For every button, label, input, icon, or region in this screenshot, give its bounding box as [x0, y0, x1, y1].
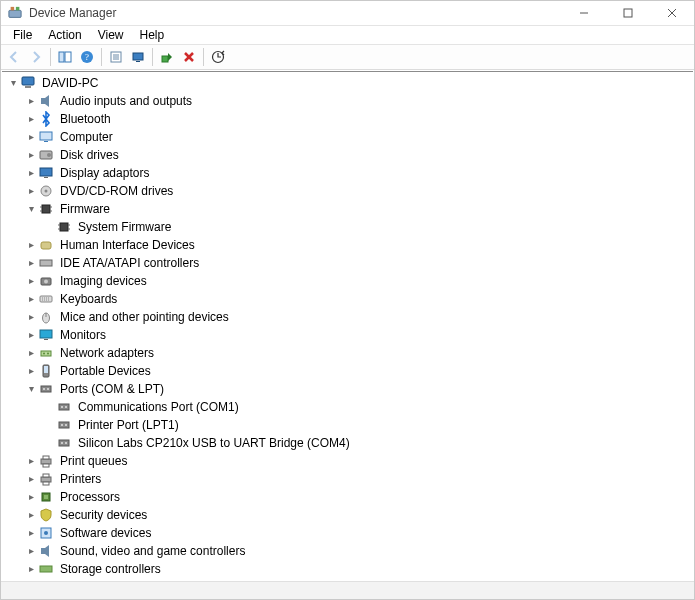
enable-device-icon[interactable] [156, 46, 178, 68]
tree-item[interactable]: ▸Processors [6, 488, 693, 506]
tree-item[interactable]: ▸IDE ATA/ATAPI controllers [6, 254, 693, 272]
tree-child-item[interactable]: ▸System Firmware [6, 218, 693, 236]
tree-item-label: Firmware [58, 202, 112, 216]
chip-icon [38, 201, 54, 217]
tree-item[interactable]: ▸Human Interface Devices [6, 236, 693, 254]
svg-rect-42 [41, 242, 51, 249]
tree-item[interactable]: ▸Print queues [6, 452, 693, 470]
chevron-right-icon[interactable]: ▸ [24, 508, 38, 522]
chevron-right-icon[interactable]: ▸ [24, 94, 38, 108]
menu-file[interactable]: File [5, 26, 40, 44]
tree-item[interactable]: ▸Monitors [6, 326, 693, 344]
printer-icon [38, 471, 54, 487]
tree-item[interactable]: ▸Security devices [6, 506, 693, 524]
close-button[interactable] [650, 1, 694, 25]
app-icon [7, 5, 23, 21]
chevron-down-icon[interactable]: ▾ [6, 76, 20, 90]
chevron-right-icon[interactable]: ▸ [24, 292, 38, 306]
show-hide-console-tree-icon[interactable] [54, 46, 76, 68]
chevron-down-icon[interactable]: ▾ [24, 202, 38, 216]
titlebar[interactable]: Device Manager [1, 1, 694, 26]
tree-item-label: DAVID-PC [40, 76, 100, 90]
tree-item[interactable]: ▸Display adaptors [6, 164, 693, 182]
chevron-right-icon[interactable]: ▸ [24, 166, 38, 180]
chevron-right-icon[interactable]: ▸ [24, 256, 38, 270]
chevron-right-icon[interactable]: ▸ [24, 274, 38, 288]
tree-item[interactable]: ▸Audio inputs and outputs [6, 92, 693, 110]
tree-child-item[interactable]: ▸Silicon Labs CP210x USB to UART Bridge … [6, 434, 693, 452]
network-icon [38, 345, 54, 361]
svg-rect-59 [43, 388, 45, 390]
chevron-right-icon[interactable]: ▸ [24, 490, 38, 504]
svg-point-55 [47, 353, 49, 355]
svg-rect-75 [43, 482, 49, 485]
svg-rect-70 [41, 459, 51, 464]
tree-item[interactable]: ▸Printers [6, 470, 693, 488]
menu-view[interactable]: View [90, 26, 132, 44]
tree-item[interactable]: ▸Storage controllers [6, 560, 693, 578]
chevron-right-icon[interactable]: ▸ [24, 184, 38, 198]
tree-item-label: Audio inputs and outputs [58, 94, 194, 108]
tree-item[interactable]: ▸Keyboards [6, 290, 693, 308]
tree-child-item[interactable]: ▸Communications Port (COM1) [6, 398, 693, 416]
chevron-right-icon[interactable]: ▸ [24, 364, 38, 378]
tree-item[interactable]: ▾Firmware [6, 200, 693, 218]
update-driver-icon[interactable] [207, 46, 229, 68]
chevron-right-icon[interactable]: ▸ [24, 130, 38, 144]
svg-rect-67 [59, 440, 69, 446]
svg-point-31 [45, 190, 48, 193]
tree-child-item[interactable]: ▸Printer Port (LPT1) [6, 416, 693, 434]
svg-rect-1 [11, 7, 15, 11]
tree-item[interactable]: ▸Portable Devices [6, 362, 693, 380]
svg-rect-51 [40, 330, 52, 338]
tree-item[interactable]: ▸Computer [6, 128, 693, 146]
minimize-button[interactable] [562, 1, 606, 25]
tree-item[interactable]: ▸Sound, video and game controllers [6, 542, 693, 560]
chevron-right-icon[interactable]: ▸ [24, 454, 38, 468]
svg-rect-8 [65, 52, 71, 62]
chevron-right-icon[interactable]: ▸ [24, 238, 38, 252]
svg-rect-64 [59, 422, 69, 428]
tree-item[interactable]: ▸Network adapters [6, 344, 693, 362]
tree-item[interactable]: ▸System devices [6, 578, 693, 579]
hid-icon [38, 237, 54, 253]
chevron-right-icon[interactable]: ▸ [24, 544, 38, 558]
menu-help[interactable]: Help [132, 26, 173, 44]
content-pane[interactable]: ▾DAVID-PC▸Audio inputs and outputs▸Bluet… [2, 71, 693, 579]
tree-item[interactable]: ▸DVD/CD-ROM drives [6, 182, 693, 200]
tree-item[interactable]: ▸Bluetooth [6, 110, 693, 128]
tree-item[interactable]: ▸Mice and other pointing devices [6, 308, 693, 326]
menu-action[interactable]: Action [40, 26, 89, 44]
tree-root[interactable]: ▾DAVID-PC [6, 74, 693, 92]
properties-icon[interactable] [105, 46, 127, 68]
svg-rect-77 [44, 495, 48, 499]
svg-rect-25 [44, 141, 48, 142]
svg-rect-73 [41, 477, 51, 482]
chevron-right-icon[interactable]: ▸ [24, 148, 38, 162]
uninstall-device-icon[interactable] [178, 46, 200, 68]
tree-item-label: DVD/CD-ROM drives [58, 184, 175, 198]
chevron-right-icon[interactable]: ▸ [24, 562, 38, 576]
svg-rect-72 [43, 464, 49, 467]
chevron-right-icon[interactable]: ▸ [24, 328, 38, 342]
tree-item[interactable]: ▸Disk drives [6, 146, 693, 164]
tree-item[interactable]: ▸Imaging devices [6, 272, 693, 290]
chevron-right-icon[interactable]: ▸ [24, 472, 38, 486]
security-icon [38, 507, 54, 523]
tree-item[interactable]: ▾Ports (COM & LPT) [6, 380, 693, 398]
chevron-right-icon[interactable]: ▸ [24, 526, 38, 540]
maximize-button[interactable] [606, 1, 650, 25]
chevron-down-icon[interactable]: ▾ [24, 382, 38, 396]
chevron-right-icon[interactable]: ▸ [24, 310, 38, 324]
chevron-right-icon[interactable]: ▸ [24, 112, 38, 126]
chevron-right-icon[interactable]: ▸ [24, 346, 38, 360]
svg-rect-81 [40, 566, 52, 572]
svg-rect-62 [61, 406, 63, 408]
tree-item-label: Printers [58, 472, 103, 486]
help-icon[interactable]: ? [76, 46, 98, 68]
svg-rect-69 [65, 442, 67, 444]
port-icon [56, 435, 72, 451]
cpu-icon [38, 489, 54, 505]
tree-item[interactable]: ▸Software devices [6, 524, 693, 542]
scan-hardware-icon[interactable] [127, 46, 149, 68]
